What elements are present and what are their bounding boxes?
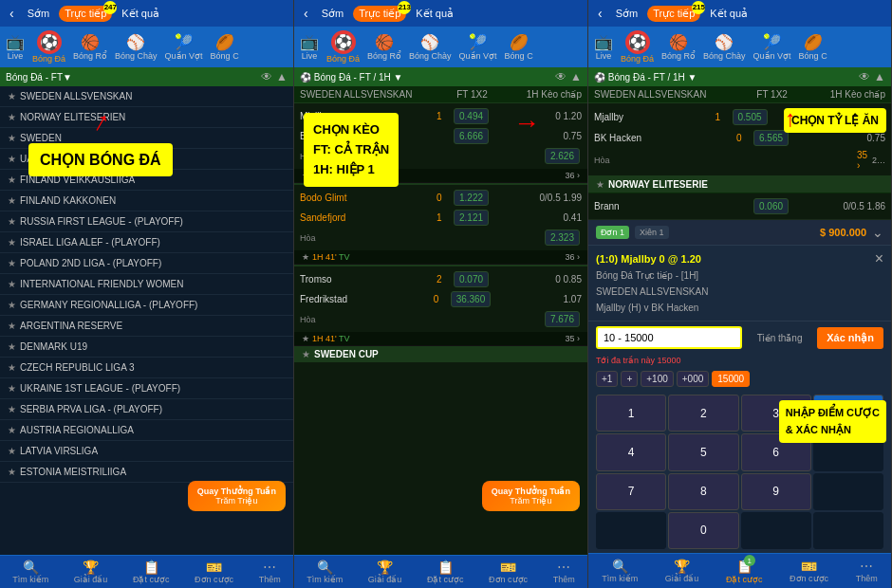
- sport-baseball-3[interactable]: ⚾Bóng Chày: [703, 33, 746, 61]
- list-item[interactable]: ★ARGENTINA RESERVE: [0, 316, 293, 337]
- sport-more-2[interactable]: 🏉Bóng C: [505, 33, 533, 61]
- numpad-2[interactable]: 2: [668, 395, 738, 432]
- league-bar-1[interactable]: Bóng Đá - FT▼ 👁 ▲: [0, 67, 293, 86]
- quick-btn-000[interactable]: +000: [677, 371, 710, 387]
- sport-basketball-3[interactable]: 🏀Bóng Rổ: [661, 33, 696, 61]
- nav-ticket-1[interactable]: 🎫 Đơn cược: [195, 560, 233, 584]
- nav-search-3[interactable]: 🔍Tìm kiếm: [602, 559, 638, 583]
- numpad-1[interactable]: 1: [596, 395, 666, 432]
- list-item[interactable]: ★ISRAEL LIGA ALEF - (PLAYOFF): [0, 232, 293, 253]
- sport-soccer-2[interactable]: ⚽Bóng Đá: [326, 30, 360, 64]
- league-bar-3[interactable]: ⚽ Bóng Đá - FT / 1H ▼ 👁 ▲: [588, 67, 891, 86]
- nav-more-3[interactable]: ⋯Thêm: [856, 559, 878, 583]
- confirm-btn[interactable]: Xác nhận: [817, 327, 883, 349]
- numpad-8[interactable]: 8: [668, 473, 738, 510]
- quick-btn-100[interactable]: +100: [641, 371, 674, 387]
- promo-banner-2[interactable]: Quay Thưởng Tuần Trăm Triệu: [482, 481, 580, 511]
- nav-more-1[interactable]: ⋯ Thêm: [259, 560, 281, 584]
- odds-btn-tromso2[interactable]: 36.360: [451, 291, 492, 307]
- sport-more-3[interactable]: 🏉Bóng C: [799, 33, 827, 61]
- numpad-5[interactable]: 5: [668, 433, 738, 470]
- nav-ticket-3[interactable]: 🎫Đơn cược: [790, 559, 828, 583]
- bet-amount-input[interactable]: [596, 326, 742, 349]
- list-item[interactable]: ★INTERNATIONAL FRIENDLY WOMEN: [0, 274, 293, 295]
- back-btn-2[interactable]: ‹: [300, 4, 312, 23]
- nav-search-2[interactable]: 🔍Tìm kiếm: [307, 560, 343, 584]
- sport-soccer-1[interactable]: ⚽ Bóng Đá: [32, 30, 65, 64]
- league-bar-2[interactable]: ⚽ Bóng Đá - FT / 1H ▼ 👁 ▲: [294, 67, 587, 86]
- list-item[interactable]: ★DENMARK U19: [0, 337, 293, 358]
- nav-bet-3[interactable]: 📋 1 Đặt cược: [726, 558, 763, 584]
- nav-bet-1[interactable]: 📋 Đặt cược: [133, 560, 170, 584]
- nav-search-1[interactable]: 🔍 Tìm kiếm: [12, 560, 48, 584]
- nav-bet-2[interactable]: 📋Đặt cược: [427, 560, 464, 584]
- list-item[interactable]: ★CZECH REPUBLIC LIGA 3: [0, 358, 293, 378]
- quick-btn-1[interactable]: +1: [596, 371, 618, 387]
- sport-tennis-1[interactable]: 🎾 Quần Vợt: [165, 33, 203, 61]
- list-item[interactable]: ★POLAND 2ND LIGA - (PLAYOFF): [0, 253, 293, 274]
- tab-truc-tiep-2[interactable]: Trực tiếp 213: [353, 6, 406, 22]
- odds-btn-tromso1[interactable]: 0.070: [454, 271, 489, 287]
- sport-basketball-1[interactable]: 🏀 Bóng Rổ: [73, 33, 107, 61]
- odds-btn-brann[interactable]: 0.060: [753, 198, 789, 214]
- list-item[interactable]: ★ESTONIA MEISTRILIIGA: [0, 462, 293, 483]
- tab-som-1[interactable]: Sớm: [22, 6, 56, 22]
- sport-live-3[interactable]: 📺Live: [594, 33, 613, 61]
- numpad-0[interactable]: 0: [668, 512, 738, 549]
- back-btn-3[interactable]: ‹: [594, 4, 606, 23]
- nav-league-3[interactable]: 🏆Giải đấu: [665, 559, 699, 583]
- odds-btn-bodo2[interactable]: 2.121: [454, 210, 489, 226]
- slip-close-btn[interactable]: ×: [875, 250, 883, 267]
- list-item[interactable]: ★LATVIA VIRSLIGA: [0, 441, 293, 462]
- sport-baseball-1[interactable]: ⚾ Bóng Chày: [115, 33, 158, 61]
- sport-more-1[interactable]: 🏉 Bóng C: [211, 33, 239, 61]
- bet-list-2: Mjallby 1 0.494 0 1.20 BK Hacken 6.666 0…: [294, 103, 587, 555]
- promo-banner-1[interactable]: Quay Thưởng Tuần Trăm Triệu: [188, 481, 286, 511]
- numpad-9[interactable]: 9: [741, 473, 811, 510]
- list-item[interactable]: ★GERMANY REGIONALLIGA - (PLAYOFF): [0, 295, 293, 316]
- odds-btn-3b1[interactable]: 6.565: [753, 130, 789, 146]
- sport-tennis-3[interactable]: 🎾Quần Vợt: [753, 33, 791, 61]
- sport-baseball-2[interactable]: ⚾Bóng Chày: [409, 33, 452, 61]
- list-item[interactable]: ★FINLAND KAKKONEN: [0, 191, 293, 211]
- sport-live-2[interactable]: 📺Live: [300, 33, 319, 61]
- tab-ket-qua-1[interactable]: Kết quả: [116, 6, 165, 22]
- norway-header[interactable]: ★ NORWAY ELITESERIE: [588, 176, 891, 193]
- back-btn-1[interactable]: ‹: [6, 4, 18, 23]
- arrow-tyle-icon: ↑: [785, 105, 796, 132]
- tab-som-2[interactable]: Sớm: [316, 6, 350, 22]
- list-item[interactable]: ★UKRAINE 1ST LEAGUE - (PLAYOFF): [0, 378, 293, 399]
- sport-live-1[interactable]: 📺 Live: [6, 33, 25, 61]
- list-item[interactable]: ★SWEDEN ALLSVENSKAN: [0, 86, 293, 107]
- odds-btn-3a1[interactable]: 0.505: [733, 109, 768, 125]
- star-icon: ★: [8, 446, 16, 456]
- numpad-4[interactable]: 4: [596, 433, 666, 470]
- slip-expand-icon[interactable]: ⌄: [872, 225, 883, 240]
- odds-btn-draw-bodo[interactable]: 2.323: [545, 230, 580, 246]
- odds-btn-bodo1[interactable]: 1.222: [454, 190, 489, 206]
- list-item[interactable]: ★RUSSIA FIRST LEAGUE - (PLAYOFF): [0, 211, 293, 232]
- tab-ket-qua-3[interactable]: Kết quả: [704, 6, 753, 22]
- list-item[interactable]: ★AUSTRIA REGIONALLIGA: [0, 420, 293, 441]
- quick-btn-2[interactable]: +: [621, 371, 638, 387]
- nav-more-2[interactable]: ⋯Thêm: [553, 560, 575, 584]
- odds-btn-ft1[interactable]: 0.494: [454, 108, 489, 124]
- tab-truc-tiep-3[interactable]: Trực tiếp 215: [647, 6, 700, 22]
- numpad-7[interactable]: 7: [596, 473, 666, 510]
- sport-soccer-3[interactable]: ⚽Bóng Đá: [621, 30, 654, 64]
- sport-tennis-2[interactable]: 🎾Quần Vợt: [459, 33, 497, 61]
- tab-truc-tiep-1[interactable]: Trực tiếp 247: [59, 6, 112, 22]
- odds-btn-ft2[interactable]: 6.666: [454, 128, 489, 144]
- odds-btn-draw-tromso[interactable]: 7.676: [545, 311, 580, 327]
- nav-league-2[interactable]: 🏆Giải đấu: [368, 560, 402, 584]
- quick-btn-15000[interactable]: 15000: [712, 371, 750, 387]
- sport-basketball-2[interactable]: 🏀Bóng Rổ: [367, 33, 401, 61]
- list-item[interactable]: ★SERBIA PRVA LIGA - (PLAYOFF): [0, 399, 293, 420]
- odds-btn-draw[interactable]: 2.626: [545, 148, 580, 164]
- nav-league-1[interactable]: 🏆 Giải đấu: [74, 560, 108, 584]
- tab-ket-qua-2[interactable]: Kết quả: [410, 6, 459, 22]
- tab-som-3[interactable]: Sớm: [610, 6, 644, 22]
- nav-ticket-2[interactable]: 🎫Đơn cược: [489, 560, 528, 584]
- sweden-cup-header[interactable]: ★ SWEDEN CUP: [294, 346, 587, 362]
- list-item[interactable]: ★NORWAY ELITESERIEN: [0, 107, 293, 128]
